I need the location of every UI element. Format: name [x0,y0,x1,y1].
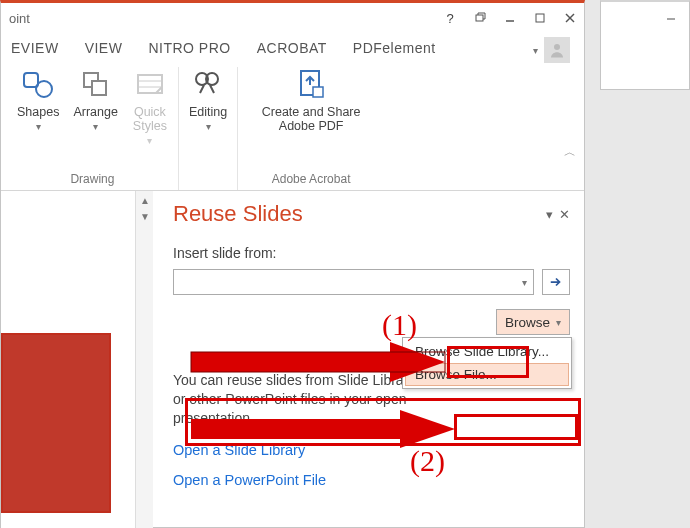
chevron-down-icon[interactable]: ▾ [533,45,539,56]
app-title: oint [9,11,30,26]
go-button[interactable] [542,269,570,295]
ribbon: Shapes ▾ Arrange ▾ Quick Styles ▾ Drawin… [1,63,584,191]
group-label-acrobat: Adobe Acrobat [272,172,351,190]
title-bar-controls: ? [436,7,584,29]
insert-from-combo[interactable]: ▾ [173,269,534,295]
pdf-share-icon [293,67,329,103]
shapes-label: Shapes [17,105,59,119]
create-share-pdf-button[interactable]: Create and Share Adobe PDF [246,67,376,133]
chevron-down-icon: ▾ [93,121,98,132]
svg-rect-9 [92,81,106,95]
arrange-button[interactable]: Arrange ▾ [71,67,119,132]
minimize-icon[interactable] [496,7,524,29]
vertical-scrollbar[interactable]: ▲ ▼ [135,191,153,528]
chevron-down-icon: ▾ [147,135,152,146]
svg-rect-6 [24,73,38,87]
link-open-file[interactable]: Open a PowerPoint File [173,472,570,488]
svg-point-5 [554,44,560,50]
svg-point-7 [36,81,52,97]
tab-review[interactable]: EVIEW [7,37,63,63]
slide-thumbnail[interactable] [1,333,111,513]
editing-button[interactable]: Editing ▾ [187,67,229,132]
link-open-library[interactable]: Open a Slide Library [173,442,570,458]
group-label-drawing: Drawing [70,172,114,190]
pane-title: Reuse Slides [173,201,303,227]
user-avatar[interactable] [544,37,570,63]
quick-styles-label: Quick Styles [133,105,167,133]
shapes-button[interactable]: Shapes ▾ [15,67,61,132]
svg-rect-2 [536,14,544,22]
svg-rect-0 [476,15,483,21]
tab-nitro-pro[interactable]: NITRO PRO [144,37,234,63]
ribbon-group-editing: Editing ▾ [178,67,237,190]
browse-menu: Browse Slide Library... Browse File... [402,337,572,389]
tab-view[interactable]: VIEW [81,37,127,63]
chevron-down-icon: ▾ [36,121,41,132]
tab-acrobat[interactable]: ACROBAT [253,37,331,63]
title-bar: oint ? [1,3,584,33]
collapse-ribbon-icon[interactable]: ︿ [564,144,576,161]
restore-icon[interactable] [466,7,494,29]
arrange-label: Arrange [73,105,117,119]
browse-button[interactable]: Browse ▾ [496,309,570,335]
quick-styles-button: Quick Styles ▾ [130,67,170,146]
minimize-icon[interactable] [657,5,685,27]
tab-pdfelement[interactable]: PDFelement [349,37,440,63]
menu-item-browse-file[interactable]: Browse File... [405,363,569,386]
insert-from-label: Insert slide from: [173,245,570,261]
chevron-down-icon: ▾ [522,277,527,288]
maximize-icon[interactable] [526,7,554,29]
menu-item-browse-library[interactable]: Browse Slide Library... [405,340,569,363]
pane-close-icon[interactable]: ✕ [559,207,570,222]
svg-rect-14 [313,87,323,97]
find-icon [190,67,226,103]
slide-thumbnails: ▲ ▼ [1,191,153,528]
quick-styles-icon [132,67,168,103]
browse-label: Browse [505,315,550,330]
chevron-down-icon: ▾ [556,317,561,328]
chevron-down-icon: ▾ [206,121,211,132]
ribbon-group-drawing: Shapes ▾ Arrange ▾ Quick Styles ▾ Drawin… [7,67,178,190]
group-label-editing [206,172,209,190]
workspace: ▲ ▼ Reuse Slides ▾ ✕ Insert slide from: … [1,191,584,528]
shapes-icon [20,67,56,103]
close-icon[interactable] [556,7,584,29]
scroll-down-icon[interactable]: ▼ [139,209,151,223]
scroll-up-icon[interactable]: ▲ [139,193,151,207]
reuse-slides-pane: Reuse Slides ▾ ✕ Insert slide from: ▾ Br… [153,191,584,528]
arrange-icon [78,67,114,103]
help-icon[interactable]: ? [436,7,464,29]
background-window [600,0,690,90]
ribbon-group-acrobat: Create and Share Adobe PDF Adobe Acrobat [237,67,384,190]
powerpoint-window: oint ? EVIEW VIEW NITRO PRO ACROBAT PDFe… [0,0,585,528]
ribbon-tabs: EVIEW VIEW NITRO PRO ACROBAT PDFelement … [1,33,584,63]
info-text: You can reuse slides from Slide Librarie… [173,371,433,428]
pane-options-icon[interactable]: ▾ [546,207,553,222]
editing-label: Editing [189,105,227,119]
create-share-label: Create and Share Adobe PDF [262,105,361,133]
